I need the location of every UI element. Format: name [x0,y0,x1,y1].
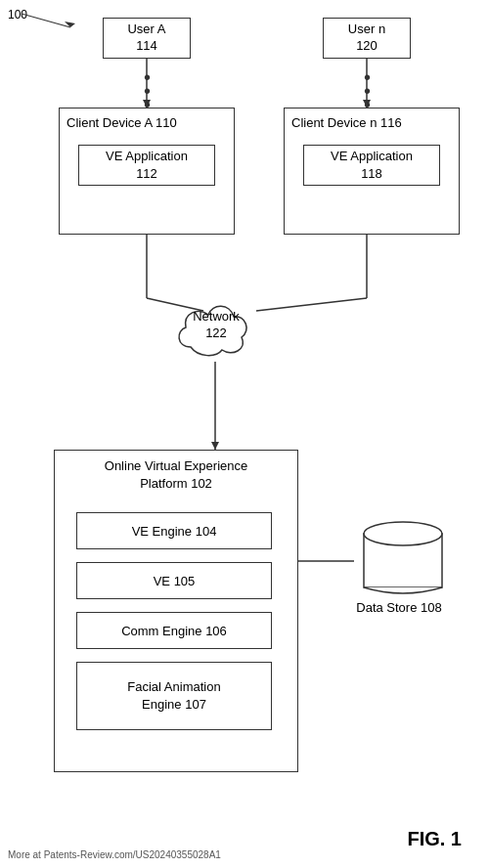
user-n-box: User n 120 [323,18,411,59]
ve-app-112-box: VE Application 112 [78,145,215,186]
comm-engine-box: Comm Engine 106 [76,612,272,649]
ref-arrow [22,10,75,31]
client-device-a-label: Client Device A 110 [67,115,177,132]
comm-engine-label: Comm Engine 106 [121,624,227,638]
dots-right: ••• [364,70,371,111]
ve-app-112-label: VE Application [106,148,188,165]
dots-left: ••• [144,70,151,111]
svg-point-3 [364,522,442,545]
client-device-n-label: Client Device n 116 [291,115,402,132]
data-store-svg [354,518,452,596]
user-n-number: 120 [348,38,385,55]
network-label: Network 122 [179,309,253,342]
ve-app-118-label: VE Application [331,148,413,165]
ve-105-box: VE 105 [76,562,272,599]
ve-app-112-number: 112 [106,165,188,183]
ve-app-118-number: 118 [331,165,413,183]
facial-animation-engine-box: Facial AnimationEngine 107 [76,662,272,730]
ve-105-label: VE 105 [154,574,196,588]
user-a-box: User A 114 [103,18,191,59]
ve-engine-box: VE Engine 104 [76,512,272,549]
platform-label: Online Virtual ExperiencePlatform 102 [68,457,284,493]
svg-line-0 [22,14,70,27]
svg-line-11 [256,298,367,311]
ve-app-118-box: VE Application 118 [303,145,440,186]
ve-engine-label: VE Engine 104 [132,524,217,539]
user-a-number: 114 [127,38,165,55]
user-n-label: User n [348,22,385,38]
facial-engine-label: Facial AnimationEngine 107 [127,678,220,714]
figure-label: FIG. 1 [407,828,462,850]
user-a-label: User A [127,22,165,38]
data-store-label: Data Store 108 [350,600,448,615]
svg-marker-13 [211,442,219,450]
patent-reference: More at Patents-Review.com/US20240355028… [8,849,221,860]
